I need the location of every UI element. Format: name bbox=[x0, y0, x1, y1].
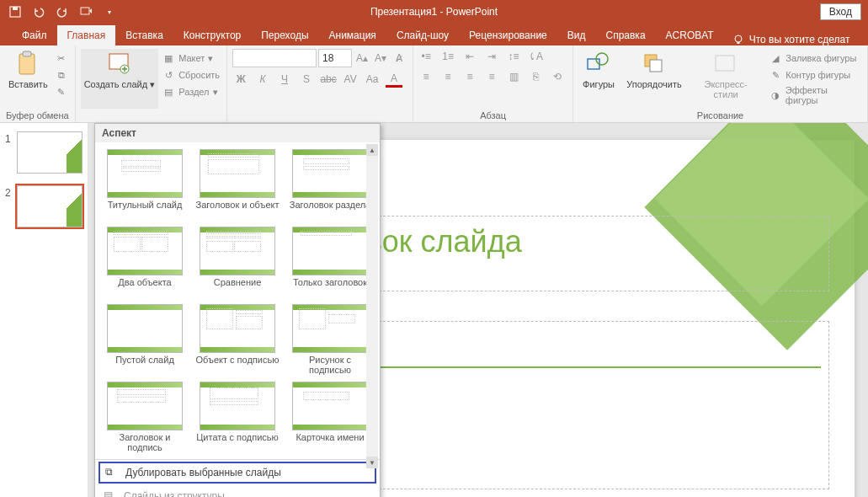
duplicate-icon: ⧉ bbox=[105, 466, 119, 479]
layout-option-7[interactable]: Объект с подписью bbox=[193, 302, 282, 377]
tab-review[interactable]: Рецензирование bbox=[459, 25, 557, 45]
redo-icon[interactable] bbox=[56, 5, 69, 19]
scroll-up-icon[interactable]: ▲ bbox=[366, 144, 378, 156]
tab-insert[interactable]: Вставка bbox=[115, 25, 173, 45]
indent-inc-icon[interactable]: ⇥ bbox=[484, 49, 499, 64]
shape-outline-button[interactable]: ✎Контур фигуры bbox=[767, 67, 862, 83]
layout-option-1[interactable]: Заголовок и объект bbox=[193, 147, 282, 222]
signin-button[interactable]: Вход bbox=[820, 3, 861, 20]
outline-label: Слайды из структуры... bbox=[124, 490, 233, 497]
align-right-icon[interactable]: ≡ bbox=[462, 69, 477, 84]
layout-option-3[interactable]: Два объекта bbox=[100, 225, 189, 299]
layout-option-6[interactable]: Пустой слайд bbox=[100, 302, 189, 377]
layout-label: Два объекта bbox=[118, 277, 171, 297]
ribbon-tabs: Файл Главная Вставка Конструктор Переход… bbox=[0, 24, 868, 45]
scroll-down-icon[interactable]: ▼ bbox=[366, 457, 378, 468]
arrange-label: Упорядочить bbox=[626, 79, 681, 89]
layout-button[interactable]: ▦Макет ▾ bbox=[160, 51, 221, 66]
layout-option-2[interactable]: Заголовок раздела bbox=[285, 147, 375, 222]
shapes-button[interactable]: Фигуры bbox=[578, 49, 619, 106]
case-button[interactable]: Aa bbox=[364, 71, 381, 88]
layout-option-5[interactable]: Только заголовок bbox=[285, 225, 375, 299]
shape-fill-button[interactable]: ◢Заливка фигуры bbox=[767, 51, 862, 66]
dropdown-scrollbar[interactable]: ▲ ▼ bbox=[366, 144, 378, 468]
layout-label: Заголовок раздела bbox=[290, 200, 370, 220]
shape-effects-button[interactable]: ◑Эффекты фигуры bbox=[767, 84, 862, 106]
tab-transitions[interactable]: Переходы bbox=[251, 25, 318, 45]
section-button[interactable]: ▤Раздел ▾ bbox=[160, 84, 221, 99]
layout-option-9[interactable]: Заголовок и подпись bbox=[100, 380, 189, 454]
font-family-combo[interactable] bbox=[232, 49, 317, 67]
font-size-combo[interactable]: 18 bbox=[318, 49, 352, 67]
tab-animations[interactable]: Анимация bbox=[319, 25, 386, 45]
layout-option-0[interactable]: Титульный слайд bbox=[100, 147, 189, 222]
copy-button[interactable]: ⧉ bbox=[53, 67, 70, 83]
layout-label: Объект с подписью bbox=[196, 355, 280, 375]
group-paragraph-label: Абзац bbox=[418, 109, 567, 120]
new-slide-button[interactable]: Создать слайд ▾ bbox=[81, 49, 159, 109]
tab-home[interactable]: Главная bbox=[57, 25, 116, 45]
thumbnail-2[interactable]: 2 bbox=[0, 185, 88, 227]
duplicate-slides-cmd[interactable]: ⧉ Дублировать выбранные слайды bbox=[99, 462, 376, 484]
align-text-icon[interactable]: ⎘ bbox=[528, 69, 543, 84]
group-font: 18 A▴ A▾ A̷ Ж К Ч S abc AV Aa A bbox=[227, 45, 413, 122]
layout-label: Заголовок и подпись bbox=[102, 432, 188, 452]
reset-icon: ↺ bbox=[162, 68, 175, 82]
format-painter-button[interactable]: ✎ bbox=[53, 84, 70, 99]
svg-rect-5 bbox=[19, 54, 35, 74]
save-icon[interactable] bbox=[8, 5, 22, 19]
decrease-font-icon[interactable]: A▾ bbox=[372, 50, 389, 67]
new-slide-icon bbox=[106, 51, 133, 77]
align-center-icon[interactable]: ≡ bbox=[440, 69, 455, 84]
layout-option-10[interactable]: Цитата с подписью bbox=[193, 380, 282, 454]
numbering-icon[interactable]: 1≡ bbox=[440, 49, 455, 64]
italic-button[interactable]: К bbox=[254, 71, 271, 88]
indent-dec-icon[interactable]: ⇤ bbox=[462, 49, 477, 64]
reset-button[interactable]: ↺Сбросить bbox=[160, 67, 221, 83]
layout-option-11[interactable]: Карточка имени bbox=[285, 380, 375, 454]
increase-font-icon[interactable]: A▴ bbox=[354, 50, 370, 67]
qat-more-icon[interactable]: ▾ bbox=[103, 5, 116, 19]
line-spacing-icon[interactable]: ↕≡ bbox=[506, 49, 521, 64]
clear-format-icon[interactable]: A̷ bbox=[391, 50, 407, 67]
tab-design[interactable]: Конструктор bbox=[173, 25, 251, 45]
arrange-button[interactable]: Упорядочить bbox=[624, 49, 684, 106]
underline-button[interactable]: Ч bbox=[276, 71, 293, 88]
scissors-icon: ✂ bbox=[55, 51, 68, 65]
smartart-icon[interactable]: ⟲ bbox=[550, 69, 565, 84]
svg-rect-13 bbox=[716, 56, 734, 71]
slides-from-outline-cmd[interactable]: ▤ Слайды из структуры... bbox=[95, 485, 380, 497]
bullets-icon[interactable]: •≡ bbox=[418, 49, 434, 64]
cut-button[interactable]: ✂ bbox=[53, 51, 70, 66]
layout-option-8[interactable]: Рисунок с подписью bbox=[285, 302, 375, 377]
tab-acrobat[interactable]: ACROBAT bbox=[656, 25, 724, 45]
tab-help[interactable]: Справка bbox=[595, 25, 655, 45]
align-left-icon[interactable]: ≡ bbox=[418, 69, 434, 84]
quick-access-toolbar: ▾ bbox=[0, 5, 116, 19]
tab-slideshow[interactable]: Слайд-шоу bbox=[386, 25, 459, 45]
shadow-button[interactable]: S bbox=[298, 71, 315, 88]
quick-styles-button[interactable]: Экспресс-стили bbox=[690, 49, 762, 106]
tell-me[interactable]: Что вы хотите сделат bbox=[732, 34, 850, 45]
justify-icon[interactable]: ≡ bbox=[484, 69, 499, 84]
bold-button[interactable]: Ж bbox=[232, 71, 249, 88]
strike-button[interactable]: abc bbox=[320, 71, 337, 88]
undo-icon[interactable] bbox=[32, 5, 45, 19]
font-color-button[interactable]: A bbox=[386, 71, 402, 88]
slide-subtitle-text: да bbox=[349, 342, 821, 368]
columns-icon[interactable]: ▥ bbox=[506, 69, 521, 84]
slide-thumbnails: 1 2 bbox=[0, 123, 88, 497]
group-drawing: Фигуры Упорядочить Экспресс-стили ◢Залив… bbox=[573, 45, 868, 122]
text-direction-icon[interactable]: ⤹A bbox=[528, 49, 543, 64]
tab-file[interactable]: Файл bbox=[12, 25, 57, 45]
layout-label: Заголовок и объект bbox=[196, 200, 280, 220]
tab-view[interactable]: Вид bbox=[557, 25, 596, 45]
new-slide-label: Создать слайд ▾ bbox=[84, 79, 156, 89]
spacing-button[interactable]: AV bbox=[342, 71, 359, 88]
group-clipboard: Вставить ✂ ⧉ ✎ Буфер обмена bbox=[0, 45, 76, 122]
layout-option-4[interactable]: Сравнение bbox=[193, 225, 282, 299]
thumbnail-1[interactable]: 1 bbox=[0, 131, 88, 174]
start-from-beginning-icon[interactable] bbox=[79, 5, 93, 19]
paste-button[interactable]: Вставить bbox=[5, 49, 51, 109]
layout-label: Карточка имени bbox=[296, 432, 364, 452]
